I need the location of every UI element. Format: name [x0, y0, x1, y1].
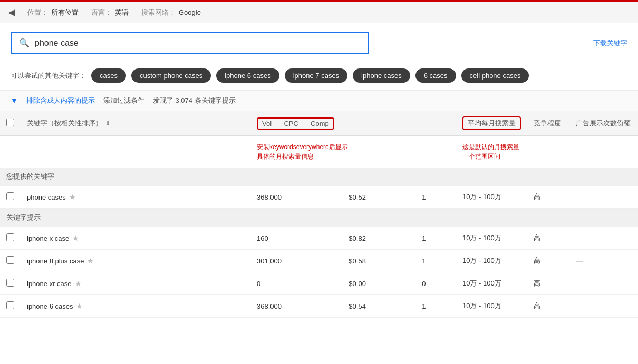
exclude-adult-filter[interactable]: 排除含成人内容的提示: [26, 96, 95, 105]
star-icon-s1[interactable]: ★: [87, 257, 94, 265]
keyword-chip-5[interactable]: 6 cases: [415, 68, 456, 83]
keyword-cell-p0: phone cases ★: [21, 186, 250, 209]
monthly-header: 平均每月搜索量: [456, 111, 527, 136]
keyword-cell-s0: iphone x case ★: [21, 227, 250, 250]
row-checkbox-s1[interactable]: [6, 256, 14, 264]
select-all-checkbox[interactable]: [6, 119, 14, 126]
table-row: iphone x case ★ 160 $0.82 1 10万 - 100万 高…: [0, 227, 638, 250]
language-item: 语言： 英语: [91, 8, 129, 17]
filter-bar: ▼ 排除含成人内容的提示 添加过滤条件 发现了 3,074 条关键字提示: [0, 91, 638, 111]
table-row: iphone xr case ★ 0 $0.00 0 10万 - 100万 高 …: [0, 272, 638, 295]
table-header-row: 关键字（按相关性排序） ⬇ Vol CPC Comp 平均每月搜索量 竞争程度: [0, 111, 638, 136]
vol-annotation: 安装keywordseverywhere后显示具体的月搜索量信息: [257, 143, 348, 160]
keyword-cell-s1: iphone 8 plus case ★: [21, 250, 250, 272]
row-checkbox-cell-p0[interactable]: [0, 186, 21, 209]
keyword-chip-4[interactable]: iphone cases: [353, 68, 410, 83]
competition-cell-s0: 高: [527, 227, 569, 250]
network-value: Google: [179, 8, 201, 16]
search-input[interactable]: phone case: [35, 38, 361, 48]
competition-cell-s2: 高: [527, 272, 569, 295]
keyword-chip-0[interactable]: cases: [91, 68, 126, 83]
impression-cell-s3: —: [569, 295, 638, 318]
search-section: 🔍 phone case 下载关键字: [0, 23, 638, 61]
keyword-chip-1[interactable]: custom phone cases: [131, 68, 211, 83]
download-keywords-link[interactable]: 下载关键字: [593, 38, 627, 48]
monthly-annotation: 这是默认的月搜索量一个范围区间: [462, 143, 519, 160]
provided-section-header: 您提供的关键字: [0, 168, 638, 186]
row-checkbox-s0[interactable]: [6, 233, 14, 241]
annotation-row: 安装keywordseverywhere后显示具体的月搜索量信息 这是默认的月搜…: [0, 136, 638, 168]
select-all-header[interactable]: [0, 111, 21, 136]
star-icon-p0[interactable]: ★: [69, 193, 76, 201]
row-checkbox-s2[interactable]: [6, 279, 14, 287]
vol-cell-s2: 0: [250, 272, 342, 295]
impression-cell-s0: —: [569, 227, 638, 250]
network-label: 搜索网络：: [141, 8, 176, 17]
row-checkbox-s3[interactable]: [6, 301, 14, 309]
vol-cpc-comp-header: Vol CPC Comp: [250, 111, 456, 136]
location-item: 位置： 所有位置: [27, 8, 79, 17]
comp-cell-s0: 1: [415, 227, 456, 250]
keyword-cell-s2: iphone xr case ★: [21, 272, 250, 295]
table-row: phone cases ★ 368,000 $0.52 1 10万 - 100万…: [0, 186, 638, 209]
keyword-chips-section: 可以尝试的其他关键字： casescustom phone casesiphon…: [0, 61, 638, 91]
row-checkbox-cell-s0[interactable]: [0, 227, 21, 250]
language-label: 语言：: [91, 8, 112, 17]
comp-cell-s3: 1: [415, 295, 456, 318]
competition-cell-p0: 高: [527, 186, 569, 209]
impression-cell-p0: —: [569, 186, 638, 209]
back-button[interactable]: ◀: [8, 7, 15, 17]
cpc-cell-s3: $0.54: [342, 295, 415, 318]
vol-cell-p0: 368,000: [250, 186, 342, 209]
row-checkbox-cell-s2[interactable]: [0, 272, 21, 295]
keyword-chip-6[interactable]: cell phone cases: [461, 68, 529, 83]
impression-cell-s2: —: [569, 272, 638, 295]
comp-cell-p0: 1: [415, 186, 456, 209]
impression-header: 广告展示次数份额: [569, 111, 638, 136]
keyword-text-s0: iphone x case: [27, 234, 69, 242]
row-checkbox-cell-s3[interactable]: [0, 295, 21, 318]
star-icon-s3[interactable]: ★: [76, 302, 83, 310]
monthly-cell-p0: 10万 - 100万: [456, 186, 527, 209]
cpc-cell-s1: $0.58: [342, 250, 415, 272]
location-label: 位置：: [27, 8, 48, 17]
table-row: iphone 6 cases ★ 368,000 $0.54 1 10万 - 1…: [0, 295, 638, 318]
competition-cell-s3: 高: [527, 295, 569, 318]
keyword-text-s1: iphone 8 plus case: [27, 257, 84, 265]
row-checkbox-cell-s1[interactable]: [0, 250, 21, 272]
keyword-chip-3[interactable]: iphone 7 cases: [285, 68, 347, 83]
row-checkbox-p0[interactable]: [6, 192, 14, 200]
keywords-table-section: 关键字（按相关性排序） ⬇ Vol CPC Comp 平均每月搜索量 竞争程度: [0, 111, 638, 318]
star-icon-s2[interactable]: ★: [75, 279, 82, 288]
sort-icon: ⬇: [105, 120, 110, 126]
result-count: 发现了 3,074 条关键字提示: [153, 96, 236, 105]
keyword-text-s3: iphone 6 cases: [27, 302, 73, 310]
search-icon: 🔍: [19, 38, 30, 48]
search-box[interactable]: 🔍 phone case: [11, 32, 369, 54]
network-item: 搜索网络： Google: [141, 8, 201, 17]
comp-cell-s1: 1: [415, 250, 456, 272]
monthly-box: 平均每月搜索量: [462, 116, 521, 130]
keyword-cell-s3: iphone 6 cases ★: [21, 295, 250, 318]
keyword-text-s2: iphone xr case: [27, 280, 72, 288]
chips-label: 可以尝试的其他关键字：: [11, 71, 86, 81]
keywords-table: 关键字（按相关性排序） ⬇ Vol CPC Comp 平均每月搜索量 竞争程度: [0, 111, 638, 318]
keyword-chip-2[interactable]: iphone 6 cases: [216, 68, 279, 83]
keyword-header[interactable]: 关键字（按相关性排序） ⬇: [21, 111, 250, 136]
comp-cell-s2: 0: [415, 272, 456, 295]
star-icon-s0[interactable]: ★: [72, 234, 79, 242]
language-value: 英语: [115, 8, 129, 17]
provided-section-label: 您提供的关键字: [0, 168, 638, 186]
monthly-cell-s2: 10万 - 100万: [456, 272, 527, 295]
competition-cell-s1: 高: [527, 250, 569, 272]
vol-cell-s0: 160: [250, 227, 342, 250]
vol-cell-s1: 301,000: [250, 250, 342, 272]
vol-cpc-comp-box: Vol CPC Comp: [257, 117, 334, 130]
cpc-cell-s2: $0.00: [342, 272, 415, 295]
add-filter-button[interactable]: 添加过滤条件: [103, 96, 144, 105]
suggestions-section-header: 关键字提示: [0, 209, 638, 227]
impression-cell-s1: —: [569, 250, 638, 272]
keyword-text-p0: phone cases: [27, 193, 66, 201]
suggestions-section-label: 关键字提示: [0, 209, 638, 227]
monthly-cell-s3: 10万 - 100万: [456, 295, 527, 318]
